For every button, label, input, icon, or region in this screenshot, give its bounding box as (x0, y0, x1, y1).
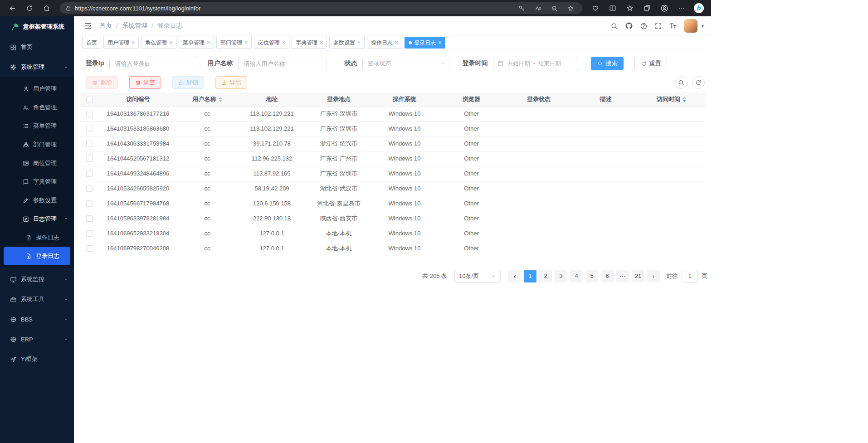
profile-button[interactable] (656, 2, 673, 15)
more-pages-button[interactable]: ··· (616, 270, 629, 282)
close-icon[interactable]: × (132, 40, 135, 45)
read-aloud-button[interactable] (532, 2, 544, 15)
sidebar-item-log-management[interactable]: 日志管理 (0, 209, 74, 228)
help-button[interactable] (640, 22, 648, 30)
address-bar[interactable]: https://ccnetcore.com:1101/system/log/lo… (60, 2, 582, 14)
sidebar-toggle[interactable] (84, 22, 92, 30)
collections-button[interactable] (639, 2, 656, 15)
sidebar-item-login-log[interactable]: 登录日志 (4, 247, 70, 265)
export-button[interactable]: 导出 (215, 76, 247, 89)
copilot-button[interactable]: b (690, 2, 707, 15)
login-ip-input[interactable] (109, 57, 198, 70)
sidebar-item-menu-management[interactable]: 菜单管理 (0, 117, 74, 135)
page-button-21[interactable]: 21 (632, 270, 644, 282)
row-checkbox[interactable] (86, 141, 93, 147)
page-size-select[interactable]: 10条/页 (454, 270, 501, 282)
row-checkbox[interactable] (86, 200, 93, 207)
status-select[interactable]: 登录状态 (362, 57, 450, 70)
goto-page-input[interactable] (682, 270, 698, 282)
prev-page-button[interactable]: ‹ (508, 270, 521, 282)
breadcrumb-item[interactable]: 系统管理 (122, 22, 147, 30)
sidebar-item-bbs[interactable]: BBS (0, 309, 74, 329)
row-checkbox[interactable] (86, 156, 93, 162)
close-icon[interactable]: × (320, 40, 323, 45)
refresh-table-button[interactable] (692, 76, 705, 89)
sidebar-item-yi-framework[interactable]: Yi框架 (0, 349, 74, 369)
row-checkbox[interactable] (86, 111, 93, 117)
next-page-button[interactable]: › (647, 270, 660, 282)
header-search-button[interactable] (610, 22, 618, 30)
page-button-2[interactable]: 2 (539, 270, 552, 282)
row-checkbox[interactable] (86, 170, 93, 177)
more-menu-button[interactable] (673, 2, 690, 15)
reset-button[interactable]: 重置 (634, 57, 667, 70)
breadcrumb-item[interactable]: 首页 (99, 22, 112, 30)
page-button-5[interactable]: 5 (585, 270, 598, 282)
fullscreen-button[interactable] (654, 22, 662, 30)
page-button-6[interactable]: 6 (601, 270, 614, 282)
close-icon[interactable]: × (244, 40, 248, 45)
unlock-button[interactable]: 解锁 (172, 76, 204, 89)
sidebar-item-role-management[interactable]: 角色管理 (0, 98, 74, 117)
row-checkbox[interactable] (86, 185, 93, 192)
tab-post-management[interactable]: 岗位管理× (254, 37, 289, 49)
sidebar-item-post-management[interactable]: 岗位管理 (0, 154, 74, 172)
close-icon[interactable]: × (282, 40, 285, 45)
sidebar-item-user-management[interactable]: 用户管理 (0, 79, 74, 98)
tab-menu-management[interactable]: 菜单管理× (179, 37, 214, 49)
app-logo[interactable]: 意框架管理系统 (0, 16, 74, 37)
toggle-search-button[interactable] (675, 76, 688, 89)
row-checkbox[interactable] (86, 230, 93, 237)
github-button[interactable] (625, 22, 633, 30)
sort-username[interactable] (219, 97, 222, 102)
tab-home[interactable]: 首页 (82, 37, 101, 49)
avatar[interactable] (684, 19, 697, 33)
delete-button[interactable]: 删除 (86, 76, 118, 89)
back-button[interactable] (4, 2, 21, 15)
tab-login-log[interactable]: 登录日志× (405, 37, 445, 49)
split-screen-button[interactable] (604, 2, 621, 15)
sidebar-item-system-management[interactable]: 系统管理 (0, 57, 74, 77)
page-button-1[interactable]: 1 (524, 270, 536, 282)
sidebar-item-dept-management[interactable]: 部门管理 (0, 135, 74, 154)
zoom-button[interactable] (548, 2, 561, 15)
home-button[interactable] (38, 2, 55, 15)
clear-button[interactable]: 清空 (129, 76, 161, 89)
tab-role-management[interactable]: 角色管理× (141, 37, 176, 49)
sidebar-item-system-tools[interactable]: 系统工具 (0, 289, 74, 309)
tab-operation-log[interactable]: 操作日志× (367, 37, 402, 49)
password-key-button[interactable] (515, 2, 528, 15)
close-icon[interactable]: × (357, 40, 361, 45)
browser-essentials-button[interactable] (587, 2, 604, 15)
font-size-button[interactable] (669, 22, 677, 30)
cell-os: Windows 10 (371, 226, 439, 241)
sidebar-item-operation-log[interactable]: 操作日志 (0, 228, 74, 247)
row-checkbox[interactable] (86, 126, 93, 132)
search-button[interactable]: 搜索 (591, 57, 624, 70)
select-all-checkbox[interactable] (86, 97, 93, 103)
refresh-button[interactable] (21, 2, 38, 15)
favorites-bar-button[interactable] (621, 2, 639, 15)
close-icon[interactable]: × (395, 40, 398, 45)
close-icon[interactable]: × (169, 40, 172, 45)
tab-param-settings[interactable]: 参数设置× (329, 37, 365, 49)
row-checkbox[interactable] (86, 245, 93, 252)
sidebar-item-param-settings[interactable]: 参数设置 (0, 191, 74, 209)
sidebar-item-erp[interactable]: ERP (0, 329, 74, 349)
tab-dict-management[interactable]: 字典管理× (292, 37, 327, 49)
date-range-picker[interactable]: 开始日期 - 结束日期 (493, 57, 578, 70)
tab-user-management[interactable]: 用户管理× (103, 37, 139, 49)
sidebar-item-home[interactable]: 首页 (0, 37, 74, 57)
page-button-4[interactable]: 4 (570, 270, 583, 282)
close-icon[interactable]: × (438, 40, 441, 45)
favorite-button[interactable] (564, 2, 577, 15)
row-checkbox[interactable] (86, 215, 93, 222)
tab-dept-management[interactable]: 部门管理× (216, 37, 252, 49)
sidebar-item-system-monitor[interactable]: 系统监控 (0, 269, 74, 289)
close-icon[interactable]: × (207, 40, 210, 45)
page-button-3[interactable]: 3 (555, 270, 567, 282)
sidebar-item-dict-management[interactable]: 字典管理 (0, 172, 74, 191)
sort-visit-time[interactable] (683, 97, 686, 102)
avatar-caret-icon[interactable]: ▾ (702, 24, 704, 29)
username-input[interactable] (238, 57, 327, 70)
